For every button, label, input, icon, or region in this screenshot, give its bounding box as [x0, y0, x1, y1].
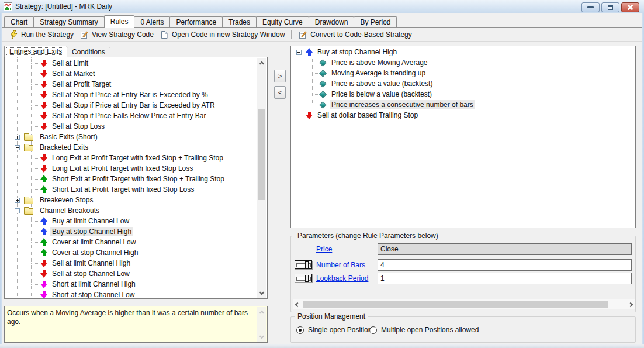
tree-item[interactable]: Buy at stop Channel High: [5, 226, 257, 237]
tab-equity-curve[interactable]: Equity Curve: [256, 16, 309, 27]
left-tab-entries-and-exits[interactable]: Entries and Exits: [4, 46, 67, 57]
parameter-row: Lookback Period: [291, 273, 635, 285]
radio-option-single-open-position[interactable]: Single open Position: [296, 326, 372, 334]
tab-by-period[interactable]: By Period: [354, 16, 397, 27]
parameters-scrollbar[interactable]: [293, 299, 635, 309]
tab-0-alerts[interactable]: 0 Alerts: [134, 16, 170, 27]
tab-chart[interactable]: Chart: [4, 16, 34, 27]
lookback-period-value-field[interactable]: [378, 273, 632, 284]
rule-description-box: Occurs when a Moving Average is higher t…: [4, 306, 268, 343]
run-the-strategy-button[interactable]: Run the Strategy: [6, 29, 77, 40]
scroll-down-button[interactable]: [257, 288, 266, 297]
condition-diamond-icon: [319, 80, 327, 88]
sell-arrow-icon: [40, 164, 48, 173]
convert-to-code-based-strategy-button[interactable]: Convert to Code-Based Strategy: [295, 29, 414, 40]
tree-item[interactable]: Price is below a value (backtest): [291, 89, 635, 99]
remove-rule-button[interactable]: <: [274, 86, 286, 99]
number-of-bars-value-field[interactable]: [378, 259, 632, 271]
close-button[interactable]: [621, 2, 639, 12]
radio-option-multiple-open-positions-allowed[interactable]: Multiple open Positions allowed: [369, 326, 479, 334]
tree-item[interactable]: Cover at stop Channel High: [5, 247, 257, 258]
sell-arrow-icon: [40, 101, 48, 109]
expand-toggle[interactable]: [15, 135, 20, 140]
tree-item[interactable]: Sell at limit Channel High: [5, 258, 257, 268]
radio-button[interactable]: [296, 326, 304, 334]
tree-item[interactable]: Short Exit at Profit Target with fixed S…: [5, 174, 257, 184]
tree-item[interactable]: Price is above a value (backtest): [291, 78, 635, 89]
tree-item[interactable]: Buy at stop Channel High: [291, 47, 635, 57]
tree-connector: [31, 295, 39, 295]
tree-item[interactable]: Moving Average is trending up: [291, 68, 635, 78]
expand-toggle[interactable]: [15, 198, 20, 203]
expand-toggle[interactable]: [296, 50, 302, 55]
scrollbar-thumb[interactable]: [303, 301, 608, 308]
radio-button[interactable]: [369, 326, 377, 334]
tree-item[interactable]: Channel Breakouts: [5, 205, 257, 216]
view-strategy-code-button[interactable]: View Strategy Code: [77, 29, 157, 40]
left-panel-tabs: Entries and ExitsConditions: [4, 46, 110, 57]
tree-item[interactable]: Sell at Market: [5, 68, 257, 79]
tree-item-label: Moving Average is trending up: [330, 68, 427, 78]
window-controls: [581, 2, 639, 12]
tree-item[interactable]: Bracketed Exits: [5, 142, 257, 153]
tree-item[interactable]: Basic Exits (Short): [5, 132, 257, 142]
toolbar-separator: [291, 30, 292, 39]
tree-item[interactable]: Sell at Stop if Price Falls Below Price …: [5, 111, 257, 121]
tree-item-label: Sell at Profit Target: [50, 80, 113, 89]
tree-item-label: Buy at limit Channel Low: [50, 216, 131, 226]
tree-item[interactable]: Short at stop Channel Low: [5, 290, 257, 299]
open-code-in-new-strategy-window-button[interactable]: Open Code in new Strategy Window: [157, 29, 288, 40]
tree-item[interactable]: Buy at limit Channel Low: [5, 216, 257, 226]
tree-item[interactable]: Cover at limit Channel Low: [5, 237, 257, 247]
tab-rules[interactable]: Rules: [104, 15, 135, 28]
tab-performance[interactable]: Performance: [169, 16, 223, 27]
tab-drawdown[interactable]: Drawdown: [309, 16, 355, 27]
scroll-right-button[interactable]: [626, 299, 635, 309]
tree-item-label: Short at limit Channel High: [50, 280, 137, 289]
tree-item[interactable]: Breakeven Stops: [5, 195, 257, 205]
tree-item[interactable]: Long Exit at Profit Target with fixed St…: [5, 153, 257, 163]
short-arrow-icon: [40, 291, 48, 299]
scrollbar-thumb[interactable]: [258, 109, 265, 200]
tree-item-label: Short at stop Channel Low: [50, 290, 136, 299]
condition-diamond-icon: [319, 59, 327, 67]
condition-diamond-icon: [319, 101, 327, 109]
left-tab-conditions[interactable]: Conditions: [67, 47, 110, 57]
tree-connector: [31, 263, 39, 264]
tree-item[interactable]: Sell at Stop if Price at Entry Bar is Ex…: [5, 100, 257, 111]
tab-strategy-summary[interactable]: Strategy Summary: [33, 16, 104, 27]
tree-item[interactable]: Sell at Stop if Price at Entry Bar is Ex…: [5, 89, 257, 100]
minimize-button[interactable]: [581, 2, 600, 12]
parameters-groupbox: Parameters (change Rule Parameters below…: [290, 236, 636, 312]
price-parameter-link[interactable]: Price: [316, 245, 332, 253]
tree-item[interactable]: Short at limit Channel High: [5, 279, 257, 290]
tree-item[interactable]: Sell at Limit: [5, 58, 257, 68]
tree-item[interactable]: Sell at stop Channel Low: [5, 268, 257, 279]
maximize-button[interactable]: [601, 2, 619, 12]
add-rule-button[interactable]: >: [274, 70, 286, 82]
tree-item[interactable]: Price increases a consecutive number of …: [291, 99, 635, 110]
tree-item[interactable]: Long Exit at Profit Target with fixed St…: [5, 163, 257, 174]
folder-icon: [24, 143, 33, 151]
tree-item-label: Price is above a value (backtest): [330, 79, 434, 88]
tree-item[interactable]: Sell at Profit Target: [5, 79, 257, 89]
tree-connector: [31, 242, 39, 243]
left-tree-scrollbar[interactable]: [257, 58, 266, 298]
folder-icon: [24, 206, 33, 215]
tree-item[interactable]: Price is above Moving Average: [291, 57, 635, 68]
scroll-up-button[interactable]: [257, 59, 266, 68]
tree-connector: [312, 73, 318, 74]
tree-connector: [312, 63, 318, 63]
scroll-left-button[interactable]: [293, 299, 302, 309]
tree-item[interactable]: Sell at dollar based Trailing Stop: [291, 110, 635, 120]
expand-toggle[interactable]: [15, 145, 20, 150]
strategy-window: Strategy: [Untitled] - MRK Daily ChartSt…: [0, 0, 644, 348]
price-value-field[interactable]: [378, 243, 632, 255]
tree-item[interactable]: Sell at Stop Loss: [5, 121, 257, 132]
tree-item[interactable]: Short Exit at Profit Target with fixed S…: [5, 184, 257, 195]
number-of-bars-parameter-link[interactable]: Number of Bars: [316, 261, 365, 269]
tab-trades[interactable]: Trades: [222, 16, 257, 27]
expand-toggle[interactable]: [15, 208, 20, 213]
lookback-period-parameter-link[interactable]: Lookback Period: [316, 274, 368, 282]
tree-item-label: Price increases a consecutive number of …: [330, 100, 475, 109]
